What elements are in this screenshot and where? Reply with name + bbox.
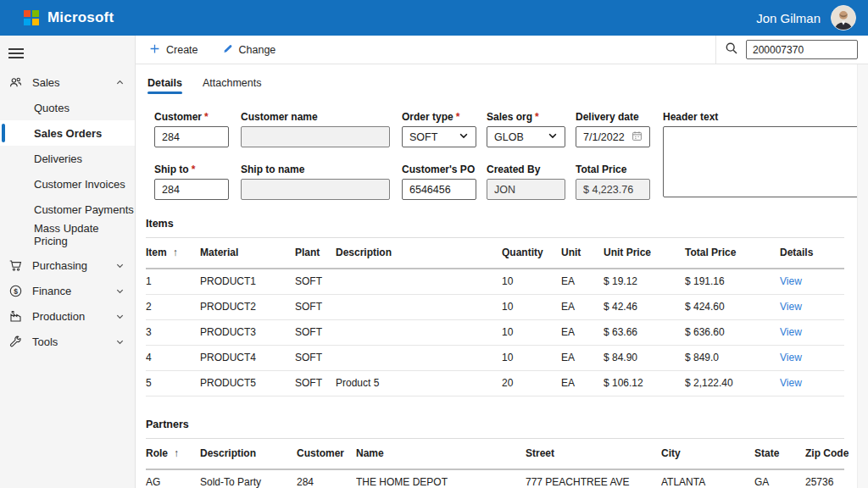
items-col-quantity: Quantity: [502, 238, 561, 269]
view-details-link[interactable]: View: [780, 326, 802, 338]
tab-bar: Details Attachments: [147, 77, 844, 94]
main-area: Create Change Details A: [136, 36, 868, 488]
order-header-form: Customer* Customer name Order type* SOFT: [146, 111, 844, 197]
people-icon: [8, 75, 25, 90]
items-header-row: Item↑ Material Plant Description Quantit…: [146, 238, 844, 269]
order-type-field: Order type* SOFT: [402, 111, 476, 147]
items-col-unit: Unit: [561, 238, 604, 269]
items-col-item[interactable]: Item↑: [146, 238, 200, 269]
chevron-down-icon: [115, 337, 125, 347]
chevron-down-icon: [548, 130, 558, 143]
pencil-icon: [222, 43, 233, 57]
calendar-icon: [632, 130, 643, 144]
user-name[interactable]: Jon Gilman: [756, 11, 821, 25]
created-by-field: Created By: [487, 164, 565, 200]
table-row: 4PRODUCT4 SOFT 10EA $ 84.90$ 849.0 View: [146, 345, 844, 370]
partners-title: Partners: [146, 419, 844, 430]
created-by-input: [487, 179, 565, 200]
customer-field: Customer*: [154, 111, 229, 147]
user-avatar[interactable]: [831, 5, 856, 30]
partners-table: Role↑ Description Customer Name Street C…: [146, 439, 844, 488]
page-content: Details Attachments Customer* Customer n…: [136, 64, 857, 488]
ship-to-input[interactable]: [154, 179, 229, 200]
ship-to-name-input: [241, 179, 390, 200]
items-title: Items: [146, 218, 844, 230]
create-button[interactable]: Create: [149, 43, 198, 57]
sidebar-group-sales[interactable]: Sales: [0, 69, 135, 95]
search-icon[interactable]: [725, 42, 738, 58]
tab-details[interactable]: Details: [147, 77, 182, 94]
sidebar-group-purchasing[interactable]: Purchasing: [0, 252, 135, 278]
sidebar-item-sales-orders[interactable]: Sales Orders: [0, 120, 135, 146]
top-bar: Microsoft Jon Gilman: [0, 0, 868, 36]
sidebar-group-tools[interactable]: Tools: [0, 329, 135, 354]
view-details-link[interactable]: View: [780, 275, 802, 287]
view-details-link[interactable]: View: [780, 352, 802, 363]
items-col-plant: Plant: [295, 238, 336, 269]
header-text-field: Header text: [663, 111, 857, 197]
sidebar: Sales Quotes Sales Orders Deliveries Cus…: [0, 36, 136, 488]
partners-col-description: Description: [200, 439, 297, 469]
total-price-input: [576, 179, 650, 200]
tab-attachments[interactable]: Attachments: [203, 77, 261, 94]
change-button[interactable]: Change: [222, 43, 276, 57]
partners-col-role[interactable]: Role↑: [146, 439, 200, 469]
sidebar-item-quotes[interactable]: Quotes: [0, 95, 135, 120]
table-row: 5PRODUCT5 SOFTProduct 5 20EA $ 106.12$ 2…: [146, 370, 844, 396]
microsoft-logo-icon: [24, 10, 39, 25]
partners-header-row: Role↑ Description Customer Name Street C…: [146, 439, 844, 469]
factory-icon: [8, 308, 25, 324]
items-col-description: Description: [336, 238, 502, 269]
menu-icon[interactable]: [8, 44, 24, 63]
chevron-down-icon: [115, 312, 125, 321]
partners-col-state: State: [754, 439, 805, 469]
table-row: 3PRODUCT3 SOFT 10EA $ 63.66$ 636.60 View: [146, 319, 844, 345]
partners-section: Partners Role↑ Description Customer Name: [146, 419, 844, 488]
sort-ascending-icon: ↑: [174, 447, 179, 459]
table-row: 1PRODUCT1 SOFT 10EA $ 19.12$ 191.16 View: [146, 269, 844, 294]
delivery-date-field: Delivery date 7/1/2022: [576, 111, 650, 147]
delivery-date-input[interactable]: 7/1/2022: [576, 126, 650, 147]
customers-po-input[interactable]: [402, 179, 476, 200]
table-row: 2PRODUCT2 SOFT 10EA $ 42.46$ 424.60 View: [146, 294, 844, 319]
sidebar-group-label: Sales: [32, 76, 60, 89]
search-area: [715, 36, 868, 64]
sales-org-select[interactable]: GLOB: [487, 126, 565, 147]
items-table: Item↑ Material Plant Description Quantit…: [146, 238, 844, 396]
partners-col-street: Street: [526, 439, 661, 469]
action-toolbar: Create Change: [136, 36, 868, 64]
app-window: Microsoft Jon Gilman: [0, 0, 868, 488]
view-details-link[interactable]: View: [780, 377, 802, 389]
cart-icon: [8, 258, 25, 273]
header-text-input[interactable]: [663, 126, 857, 197]
sidebar-group-production[interactable]: Production: [0, 303, 135, 329]
order-type-select[interactable]: SOFT: [402, 126, 476, 147]
chevron-down-icon: [115, 261, 125, 270]
items-section: Items Item↑ Material Plant Description Q: [146, 218, 844, 396]
customer-input[interactable]: [154, 126, 229, 147]
items-col-material: Material: [200, 238, 295, 269]
ship-to-name-field: Ship to name: [241, 164, 390, 200]
partners-col-customer: Customer: [297, 439, 356, 469]
items-col-total-price: Total Price: [685, 238, 780, 269]
sidebar-group-finance[interactable]: $ Finance: [0, 278, 135, 303]
vertical-scrollbar[interactable]: [857, 64, 868, 488]
sidebar-item-customer-payments[interactable]: Customer Payments: [0, 197, 135, 222]
sort-ascending-icon: ↑: [173, 247, 178, 258]
customers-po-field: Customer's PO: [402, 164, 476, 200]
sidebar-item-deliveries[interactable]: Deliveries: [0, 146, 135, 171]
sidebar-item-mass-update-pricing[interactable]: Mass Update Pricing: [0, 222, 135, 247]
brand-title: Microsoft: [47, 9, 114, 26]
partners-col-name: Name: [356, 439, 526, 469]
chevron-down-icon: [459, 130, 469, 143]
chevron-up-icon: [115, 78, 125, 87]
sidebar-item-customer-invoices[interactable]: Customer Invoices: [0, 171, 135, 197]
search-input[interactable]: [746, 40, 858, 59]
customer-name-input: [241, 126, 390, 147]
svg-text:$: $: [14, 286, 18, 295]
customer-name-field: Customer name: [241, 111, 390, 147]
view-details-link[interactable]: View: [780, 301, 802, 313]
chevron-down-icon: [115, 286, 125, 296]
dollar-circle-icon: $: [8, 283, 25, 298]
partners-col-city: City: [661, 439, 754, 469]
